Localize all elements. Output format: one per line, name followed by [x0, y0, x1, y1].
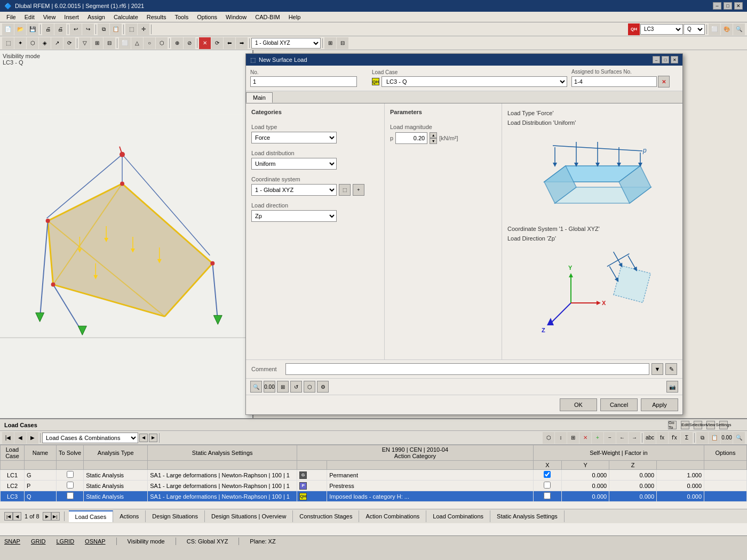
dialog-restore[interactable]: □ [662, 56, 669, 63]
q-selector[interactable]: Q [684, 24, 705, 35]
tb2-11[interactable]: △ [131, 37, 143, 49]
cell-solve[interactable] [57, 470, 84, 481]
pt-add[interactable]: + [592, 432, 603, 444]
zoom-btn[interactable]: 🔍 [733, 23, 745, 35]
tb2-4[interactable]: ◈ [39, 37, 51, 49]
tb2-12[interactable]: ○ [144, 37, 155, 49]
bottom-tab-action-combinations[interactable]: Action Combinations [359, 510, 426, 522]
coord-edit-btn[interactable]: ⬚ [339, 184, 351, 196]
pt-fx[interactable]: fx [656, 432, 668, 444]
tb2-15[interactable]: ⊘ [184, 37, 195, 49]
dlg-tb-1[interactable]: 🔍 [250, 381, 262, 393]
dlg-tb-4[interactable]: ↺ [290, 381, 302, 393]
view-combo[interactable]: 1 - Global XYZ [251, 38, 321, 49]
pt-fx2[interactable]: f'x [669, 432, 680, 444]
coord-add-btn[interactable]: + [353, 184, 364, 196]
tb2-14[interactable]: ⊕ [171, 37, 183, 49]
copy-btn[interactable]: ⧉ [98, 23, 109, 35]
tb2-5[interactable]: ↗ [51, 37, 63, 49]
pt-group[interactable]: ⊞ [567, 432, 579, 444]
tb2-3[interactable]: ⬡ [27, 37, 38, 49]
tb2-13[interactable]: ⬡ [156, 37, 168, 49]
redo-btn[interactable]: ↪ [82, 23, 94, 35]
dialog-close[interactable]: ✕ [671, 56, 678, 63]
pt-sigma[interactable]: Σ [681, 432, 693, 444]
bottom-tab-design-situations[interactable]: Design Situations [146, 510, 205, 522]
load-dir-select[interactable]: Zp [251, 210, 337, 222]
menu-results[interactable]: Results [142, 13, 171, 21]
bottom-tab-construction-stages[interactable]: Construction Stages [293, 510, 359, 522]
viewport-3d[interactable]: Visibility mode LC3 - Q [0, 50, 253, 418]
comment-dropdown-btn[interactable]: ▼ [651, 363, 663, 375]
menu-options[interactable]: Options [193, 13, 221, 21]
pt-paste[interactable]: 📋 [709, 432, 720, 444]
tb2-2[interactable]: ✦ [14, 37, 26, 49]
pt-next[interactable]: ▶ [27, 432, 38, 444]
cell-sw-check[interactable] [533, 470, 562, 481]
page-last[interactable]: ▶| [51, 512, 60, 521]
new-btn[interactable]: 📄 [2, 23, 14, 35]
pt-00[interactable]: 0.00 [721, 432, 733, 444]
render-btn[interactable]: 🎨 [721, 23, 733, 35]
status-grid[interactable]: GRID [31, 538, 46, 545]
close-btn[interactable]: ✕ [734, 2, 743, 10]
table-row[interactable]: LC3 Q Static Analysis SA1 - Large deform… [1, 491, 747, 502]
dlg-tb-3[interactable]: ⊞ [277, 381, 289, 393]
dlg-tb-6[interactable]: ⚙ [317, 381, 329, 393]
pt-arrow-r[interactable]: → [629, 432, 640, 444]
pt-minus[interactable]: − [604, 432, 616, 444]
save-btn[interactable]: 💾 [27, 23, 38, 35]
pt-copy[interactable]: ⧉ [696, 432, 708, 444]
dialog-minimize[interactable]: – [653, 56, 660, 63]
dlg-tb-5[interactable]: ⬡ [304, 381, 315, 393]
no-input[interactable] [250, 76, 357, 87]
cancel-button[interactable]: Cancel [600, 398, 638, 411]
tb2-20[interactable]: ⊞ [324, 37, 336, 49]
comment-edit-btn[interactable]: ✎ [665, 363, 677, 375]
dlg-tb-camera[interactable]: 📷 [666, 381, 678, 393]
tb2-7[interactable]: ▽ [79, 37, 91, 49]
bottom-tab-design-situations-|-overview[interactable]: Design Situations | Overview [205, 510, 293, 522]
menu-tools[interactable]: Tools [170, 13, 193, 21]
menu-cadbim[interactable]: CAD-BIM [251, 13, 284, 21]
cell-sw-check[interactable] [533, 491, 562, 502]
apply-button[interactable]: Apply [641, 398, 678, 411]
status-snap[interactable]: SNAP [4, 538, 20, 545]
tb2-10[interactable]: ⬜ [119, 37, 131, 49]
tb2-18[interactable]: ⬅ [224, 37, 235, 49]
p-value-input[interactable] [395, 132, 427, 144]
coord-system-select[interactable]: 1 - Global XYZ [251, 184, 337, 196]
p-spin-down[interactable]: ▼ [430, 138, 437, 144]
lc-prev[interactable]: ◀ [139, 434, 148, 442]
paste-btn[interactable]: 📋 [110, 23, 122, 35]
status-lgrid[interactable]: LGRID [56, 538, 74, 545]
nav-view[interactable]: View [706, 421, 715, 429]
page-prev[interactable]: ◀ [13, 512, 21, 521]
pt-arrow-l[interactable]: ← [616, 432, 628, 444]
menu-calculate[interactable]: Calculate [109, 13, 142, 21]
print-btn[interactable]: 🖨 [42, 23, 54, 35]
minimize-btn[interactable]: – [713, 2, 721, 10]
print2-btn[interactable]: 🖨 [54, 23, 66, 35]
restore-btn[interactable]: □ [724, 2, 732, 10]
select-btn[interactable]: ⬚ [125, 23, 137, 35]
open-btn[interactable]: 📂 [14, 23, 26, 35]
pt-search[interactable]: 🔍 [733, 432, 745, 444]
menu-window[interactable]: Window [221, 13, 251, 21]
cell-solve[interactable] [57, 491, 84, 502]
tb2-17[interactable]: ⟳ [211, 37, 223, 49]
tb2-16[interactable]: ✕ [199, 37, 211, 49]
assigned-input[interactable] [571, 76, 657, 87]
data-table-container[interactable]: LoadCase Name To Solve Analysis Type Sta… [0, 445, 747, 509]
tb2-21[interactable]: ⊟ [337, 37, 348, 49]
status-osnap[interactable]: OSNAP [85, 538, 106, 545]
load-case-select[interactable]: LC3 - Q [382, 76, 567, 87]
dlg-tb-2[interactable]: 0.00 [264, 381, 275, 393]
cell-sw-check[interactable] [533, 481, 562, 491]
page-next[interactable]: ▶ [43, 512, 51, 521]
tb2-6[interactable]: ⟳ [63, 37, 75, 49]
menu-edit[interactable]: Edit [20, 13, 39, 21]
pt-abc[interactable]: abc [644, 432, 656, 444]
cell-solve[interactable] [57, 481, 84, 491]
page-first[interactable]: |◀ [4, 512, 13, 521]
